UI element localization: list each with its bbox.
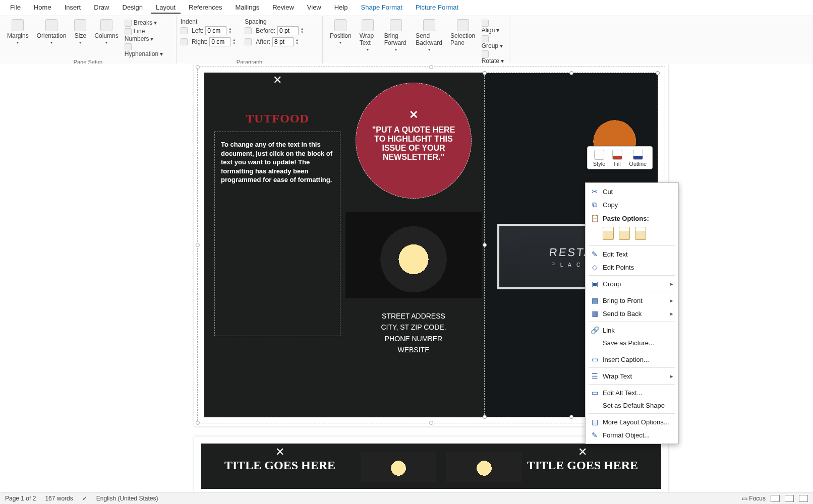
paste-merge-button[interactable] <box>619 227 630 240</box>
document-canvas[interactable]: ✕ TUTFOOD To change any of the text in t… <box>0 64 813 492</box>
bring-forward-button[interactable]: Bring Forward▾ <box>381 18 411 53</box>
margins-button[interactable]: Margins▾ <box>4 18 32 46</box>
menu-save-as-picture[interactable]: Save as Picture... <box>586 337 678 349</box>
web-layout-button[interactable] <box>799 495 808 502</box>
size-button[interactable]: Size▾ <box>71 18 89 46</box>
food-bowl-image[interactable] <box>345 212 482 298</box>
address-block[interactable]: STREET ADDRESS CITY, ST ZIP CODE. PHONE … <box>345 310 482 356</box>
tab-references[interactable]: References <box>184 2 227 14</box>
menu-link[interactable]: 🔗Link <box>586 324 678 337</box>
selection-handle[interactable] <box>569 415 573 419</box>
menu-cut-label: Cut <box>603 188 613 196</box>
position-button[interactable]: Position▾ <box>327 18 355 46</box>
status-words[interactable]: 167 words <box>45 495 73 502</box>
paste-picture-button[interactable] <box>635 227 646 240</box>
menu-separator <box>589 351 675 351</box>
menu-more-layout-options[interactable]: ▤More Layout Options... <box>586 415 678 428</box>
menu-caption-label: Insert Caption... <box>603 356 649 363</box>
spacing-after-input[interactable] <box>272 37 294 46</box>
tab-design[interactable]: Design <box>118 2 148 14</box>
rotate-button[interactable]: Rotate▾ <box>482 50 504 65</box>
edit-points-icon: ◇ <box>591 263 599 271</box>
breaks-button[interactable]: Breaks▾ <box>125 19 171 27</box>
status-language[interactable]: English (United States) <box>96 495 158 502</box>
read-mode-button[interactable] <box>771 495 780 502</box>
menu-copy[interactable]: ⧉Copy <box>586 198 678 212</box>
menu-insert-caption[interactable]: ▭Insert Caption... <box>586 353 678 366</box>
selection-handle[interactable] <box>483 243 487 247</box>
print-layout-button[interactable] <box>785 495 794 502</box>
menu-group[interactable]: ▣Group▸ <box>586 277 678 290</box>
tab-file[interactable]: File <box>5 2 26 14</box>
quote-circle[interactable]: ✕ "PUT A QUOTE HERE TO HIGHLIGHT THIS IS… <box>356 83 472 199</box>
tab-shape-format[interactable]: Shape Format <box>356 2 408 14</box>
page2-right-col: ✕ TITLE GOES HERE <box>517 446 648 472</box>
menu-cut[interactable]: ✂Cut <box>586 185 678 198</box>
mini-outline-button[interactable]: Outline <box>629 150 647 167</box>
hyphenation-icon <box>125 43 132 50</box>
selection-handle[interactable] <box>483 71 487 75</box>
selection-handle[interactable] <box>656 71 660 75</box>
group-handle[interactable] <box>196 421 200 425</box>
spacing-before-input[interactable] <box>277 26 299 35</box>
spacing-after-spinner[interactable]: ▲▼ <box>296 38 299 45</box>
columns-button[interactable]: Columns▾ <box>91 18 121 46</box>
indent-left-spinner[interactable]: ▲▼ <box>228 27 231 34</box>
group-handle[interactable] <box>196 65 200 69</box>
tab-home[interactable]: Home <box>29 2 56 14</box>
menu-send-to-back[interactable]: ▥Send to Back▸ <box>586 307 678 320</box>
group-handle[interactable] <box>429 65 433 69</box>
menu-set-default-shape[interactable]: Set as Default Shape <box>586 399 678 412</box>
paste-keep-source-button[interactable] <box>603 227 614 240</box>
paste-options-icons <box>586 225 678 244</box>
menu-edit-alt-text[interactable]: ▭Edit Alt Text... <box>586 386 678 399</box>
tab-draw[interactable]: Draw <box>89 2 114 14</box>
menu-format-object[interactable]: ✎Format Object... <box>586 428 678 442</box>
indent-right-input[interactable] <box>209 37 230 46</box>
menu-edit-points[interactable]: ◇Edit Points <box>586 261 678 274</box>
align-button[interactable]: Align▾ <box>482 19 504 34</box>
menu-bring-to-front[interactable]: ▤Bring to Front▸ <box>586 294 678 307</box>
utensils-icon: ✕ <box>367 108 460 121</box>
group-page-setup: Margins▾ Orientation▾ Size▾ Columns▾ Bre… <box>0 16 177 66</box>
group-handle[interactable] <box>429 421 433 425</box>
line-numbers-button[interactable]: Line Numbers▾ <box>125 28 171 42</box>
mini-style-button[interactable]: Style <box>593 150 605 167</box>
group-handle[interactable] <box>196 243 200 247</box>
indent-left-input[interactable] <box>205 26 226 35</box>
tab-layout[interactable]: Layout <box>151 2 181 14</box>
indent-right-icon <box>181 38 188 45</box>
page2-title-right[interactable]: TITLE GOES HERE <box>517 459 648 472</box>
page2-title-left[interactable]: TITLE GOES HERE <box>214 459 345 472</box>
selection-handle[interactable] <box>483 415 487 419</box>
wrap-text-button[interactable]: Wrap Text▾ <box>357 18 379 53</box>
editable-text-box[interactable]: To change any of the text in this docume… <box>214 132 340 336</box>
send-backward-button[interactable]: Send Backward▾ <box>413 18 445 53</box>
indent-right-spinner[interactable]: ▲▼ <box>233 38 236 45</box>
tab-mailings[interactable]: Mailings <box>230 2 265 14</box>
mini-fill-button[interactable]: Fill <box>612 150 622 167</box>
tab-view[interactable]: View <box>302 2 326 14</box>
orientation-icon <box>45 19 57 31</box>
hyphenation-button[interactable]: Hyphenation▾ <box>125 43 171 58</box>
tab-help[interactable]: Help <box>329 2 353 14</box>
tab-picture-format[interactable]: Picture Format <box>411 2 463 14</box>
selection-handle[interactable] <box>569 71 573 75</box>
spacing-before-spinner[interactable]: ▲▼ <box>301 27 304 34</box>
status-page[interactable]: Page 1 of 2 <box>5 495 36 502</box>
selection-pane-button[interactable]: Selection Pane <box>447 18 479 47</box>
address-street: STREET ADDRESS <box>345 310 482 322</box>
food-image-2[interactable] <box>446 452 522 482</box>
tab-insert[interactable]: Insert <box>60 2 86 14</box>
status-proofing-icon[interactable]: ✓ <box>82 495 87 502</box>
menu-default-shape-label: Set as Default Shape <box>603 402 665 409</box>
group-button[interactable]: Group▾ <box>482 35 504 49</box>
menu-edit-text[interactable]: ✎Edit Text <box>586 247 678 261</box>
menu-wrap-text[interactable]: ☰Wrap Text▸ <box>586 369 678 383</box>
tab-review[interactable]: Review <box>267 2 299 14</box>
focus-mode-button[interactable]: ▭ Focus <box>742 495 766 502</box>
brand-title[interactable]: TUTFOOD <box>214 112 340 125</box>
orientation-button[interactable]: Orientation▾ <box>34 18 70 46</box>
food-image-1[interactable] <box>361 452 436 482</box>
menu-separator <box>589 384 675 385</box>
